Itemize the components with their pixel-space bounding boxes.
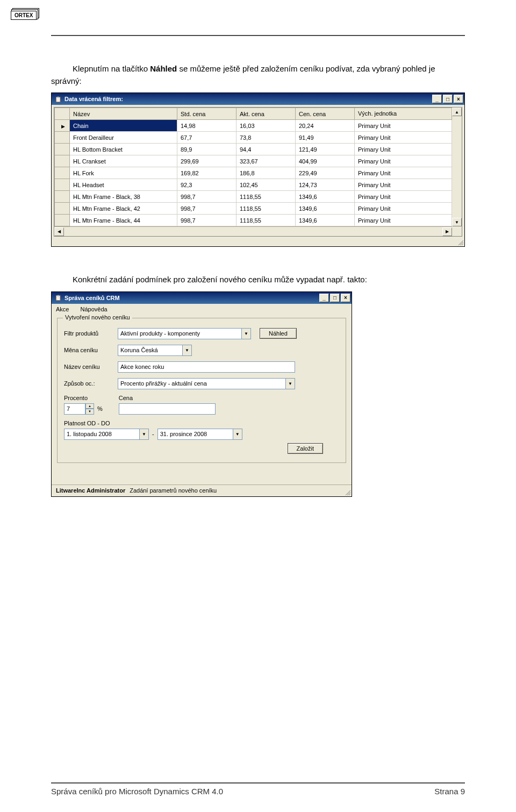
mena-input[interactable] (118, 345, 182, 356)
cell-akt[interactable]: 323,67 (236, 155, 296, 167)
chevron-down-icon[interactable]: ▼ (182, 345, 192, 356)
cell-nazev[interactable]: HL Mtn Frame - Black, 44 (70, 215, 177, 226)
menu-akce[interactable]: Akce (56, 306, 69, 312)
spin-up-icon[interactable]: ▲ (85, 403, 94, 409)
cell-cen[interactable]: 1349,6 (296, 191, 355, 203)
cell-nazev[interactable]: Chain (70, 120, 177, 132)
cell-unit[interactable]: Primary Unit (355, 179, 452, 191)
cell-akt[interactable]: 16,03 (236, 120, 296, 132)
cell-cen[interactable]: 404,99 (296, 155, 355, 167)
chevron-down-icon[interactable]: ▼ (285, 378, 295, 389)
cell-cen[interactable]: 124,73 (296, 179, 355, 191)
col-vych-jednotka[interactable]: Vých. jednotka (355, 108, 452, 120)
scroll-down-icon[interactable]: ▼ (452, 218, 462, 226)
row-header[interactable] (55, 215, 70, 226)
cell-akt[interactable]: 1118,55 (236, 191, 296, 203)
data-grid[interactable]: Název Std. cena Akt. cena Cen. cena Vých… (54, 108, 452, 226)
table-row[interactable]: HL Mtn Frame - Black, 38998,71118,551349… (55, 191, 452, 203)
vertical-scrollbar[interactable]: ▲ ▼ (452, 108, 462, 226)
scroll-up-icon[interactable]: ▲ (452, 108, 462, 116)
col-std-cena[interactable]: Std. cena (177, 108, 236, 120)
row-header[interactable] (55, 203, 70, 215)
minimize-button[interactable]: _ (319, 294, 329, 302)
chevron-down-icon[interactable]: ▼ (241, 328, 251, 339)
maximize-button[interactable]: □ (443, 95, 453, 103)
zpusob-input[interactable] (118, 378, 285, 389)
col-nazev[interactable]: Název (70, 108, 177, 120)
filtr-combo[interactable]: ▼ (118, 328, 251, 339)
cell-cen[interactable]: 229,49 (296, 167, 355, 179)
dialog-titlebar[interactable]: 📋 Data vrácená filtrem: _ □ × (52, 93, 464, 105)
table-row[interactable]: HL Headset92,3102,45124,73Primary Unit (55, 179, 452, 191)
cell-unit[interactable]: Primary Unit (355, 144, 452, 155)
chevron-down-icon[interactable]: ▼ (233, 429, 242, 440)
cell-std[interactable]: 67,7 (177, 132, 236, 144)
cell-akt[interactable]: 73,8 (236, 132, 296, 144)
cell-cen[interactable]: 20,24 (296, 120, 355, 132)
cell-cen[interactable]: 121,49 (296, 144, 355, 155)
row-header[interactable] (55, 132, 70, 144)
maximize-button[interactable]: □ (330, 294, 340, 302)
table-row[interactable]: Front Derailleur67,773,891,49Primary Uni… (55, 132, 452, 144)
cell-std[interactable]: 92,3 (177, 179, 236, 191)
scroll-left-icon[interactable]: ◀ (54, 227, 64, 236)
cell-cen[interactable]: 91,49 (296, 132, 355, 144)
cell-nazev[interactable]: HL Fork (70, 167, 177, 179)
cell-nazev[interactable]: HL Headset (70, 179, 177, 191)
close-button[interactable]: × (341, 294, 350, 302)
col-cen-cena[interactable]: Cen. cena (296, 108, 355, 120)
cell-unit[interactable]: Primary Unit (355, 132, 452, 144)
zpusob-combo[interactable]: ▼ (118, 378, 295, 389)
cell-akt[interactable]: 102,45 (236, 179, 296, 191)
table-row[interactable]: HL Crankset299,69323,67404,99Primary Uni… (55, 155, 452, 167)
cell-unit[interactable]: Primary Unit (355, 167, 452, 179)
cell-akt[interactable]: 1118,55 (236, 215, 296, 226)
resize-grip-icon[interactable] (457, 239, 463, 245)
cell-nazev[interactable]: HL Mtn Frame - Black, 42 (70, 203, 177, 215)
cell-unit[interactable]: Primary Unit (355, 203, 452, 215)
cell-unit[interactable]: Primary Unit (355, 155, 452, 167)
cell-akt[interactable]: 1118,55 (236, 203, 296, 215)
cell-akt[interactable]: 94,4 (236, 144, 296, 155)
date-to-input[interactable] (157, 429, 233, 440)
procento-spinner[interactable]: ▲ ▼ (64, 403, 94, 415)
cell-std[interactable]: 14,98 (177, 120, 236, 132)
table-row[interactable]: HL Mtn Frame - Black, 42998,71118,551349… (55, 203, 452, 215)
row-header[interactable] (55, 120, 70, 132)
filtr-input[interactable] (118, 328, 241, 339)
nahled-button[interactable]: Náhled (260, 328, 297, 339)
cell-std[interactable]: 299,69 (177, 155, 236, 167)
cell-unit[interactable]: Primary Unit (355, 191, 452, 203)
minimize-button[interactable]: _ (432, 95, 442, 103)
cena-input[interactable] (119, 403, 216, 415)
row-header[interactable] (55, 191, 70, 203)
zalozit-button[interactable]: Založit (288, 443, 323, 454)
mena-combo[interactable]: ▼ (118, 345, 192, 356)
nazev-input[interactable] (118, 361, 295, 373)
menu-napoveda[interactable]: Nápověda (81, 306, 108, 312)
row-header[interactable] (55, 179, 70, 191)
col-akt-cena[interactable]: Akt. cena (236, 108, 296, 120)
procento-input[interactable] (64, 403, 85, 415)
cell-unit[interactable]: Primary Unit (355, 120, 452, 132)
cell-nazev[interactable]: HL Crankset (70, 155, 177, 167)
form-titlebar[interactable]: 📋 Správa ceníků CRM _ □ × (52, 292, 352, 304)
cell-std[interactable]: 998,7 (177, 203, 236, 215)
cell-std[interactable]: 998,7 (177, 215, 236, 226)
row-header[interactable] (55, 144, 70, 155)
cell-std[interactable]: 169,82 (177, 167, 236, 179)
table-row[interactable]: HL Fork169,82186,8229,49Primary Unit (55, 167, 452, 179)
horizontal-scrollbar[interactable]: ◀ ▶ (54, 226, 452, 236)
table-row[interactable]: HL Mtn Frame - Black, 44998,71118,551349… (55, 215, 452, 226)
spin-down-icon[interactable]: ▼ (85, 409, 94, 415)
cell-std[interactable]: 998,7 (177, 191, 236, 203)
chevron-down-icon[interactable]: ▼ (139, 429, 149, 440)
row-header[interactable] (55, 155, 70, 167)
table-row[interactable]: HL Bottom Bracket89,994,4121,49Primary U… (55, 144, 452, 155)
cell-akt[interactable]: 186,8 (236, 167, 296, 179)
table-row[interactable]: Chain14,9816,0320,24Primary Unit (55, 120, 452, 132)
resize-grip-icon[interactable] (344, 489, 350, 495)
date-from-combo[interactable]: ▼ (64, 429, 149, 440)
cell-unit[interactable]: Primary Unit (355, 215, 452, 226)
cell-nazev[interactable]: HL Bottom Bracket (70, 144, 177, 155)
